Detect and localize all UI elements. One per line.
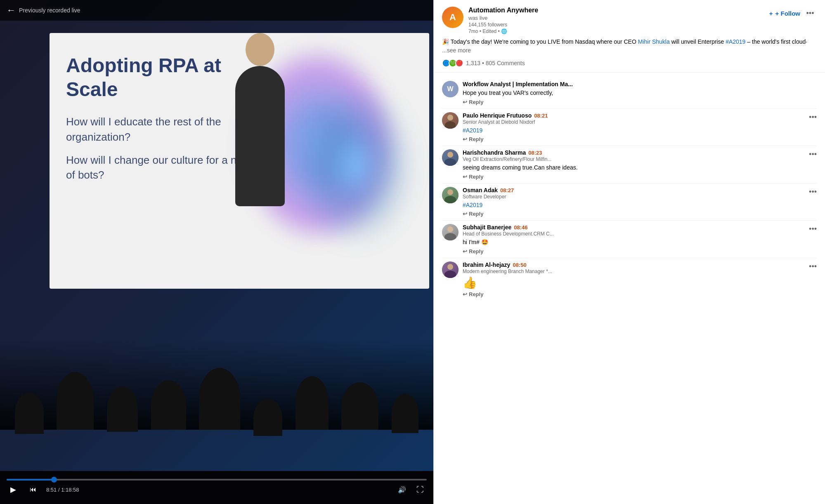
reply-icon: ↩: [463, 136, 467, 142]
comment-text: Hope you treat you VAR's correctly,: [463, 89, 817, 97]
reply-label: Reply: [469, 211, 483, 217]
reply-icon: ↩: [463, 291, 467, 297]
reaction-icon-3: ❤️: [455, 59, 463, 67]
reaction-icons: 🌐 💚 ❤️: [442, 59, 463, 67]
comment-body: Ibrahim Al-hejazy 08:50 Modern engineeri…: [463, 261, 817, 297]
thumbs-up-reaction: 👍: [463, 276, 817, 290]
comment-name-row: Ibrahim Al-hejazy 08:50: [463, 261, 817, 268]
author-name[interactable]: Automation Anywhere: [468, 7, 764, 14]
reply-icon: ↩: [463, 174, 467, 180]
reply-button[interactable]: ↩ Reply: [463, 248, 483, 254]
comment-time: 08:27: [500, 187, 514, 193]
comment-title: Veg Oil Extraction/Refinery/Flour Milfin…: [463, 156, 817, 162]
reply-label: Reply: [469, 99, 483, 105]
skip-back-button[interactable]: ⏮: [26, 483, 40, 496]
see-more-button[interactable]: ...see more: [442, 47, 471, 54]
audience-head-9: [392, 394, 418, 433]
audience-heads: [0, 339, 433, 430]
audience-head-1: [15, 393, 44, 434]
post-text: 🎉 Today's the day! We're coming to you L…: [442, 38, 817, 55]
author-avatar: A: [442, 7, 463, 28]
comment-title: Head of Business Development.CRM C...: [463, 231, 817, 237]
comment-avatar: [442, 224, 459, 240]
reply-icon: ↩: [463, 248, 467, 254]
comment-time: 08:23: [528, 150, 542, 156]
post-header: A Automation Anywhere was live 144,155 f…: [434, 0, 825, 73]
was-live-badge: was live: [468, 15, 764, 21]
header-actions: + + Follow •••: [769, 7, 817, 20]
audience-head-5: [199, 368, 240, 430]
progress-thumb[interactable]: [51, 477, 57, 483]
comment-item: W Workflow Analyst | Implementation Ma..…: [434, 78, 825, 108]
comment-name-row: Subhajit Banerjee 08:46: [463, 224, 817, 231]
comment-name-row: Paulo Henrique Frutuoso 08:21: [463, 112, 817, 119]
play-pause-button[interactable]: ▶: [7, 483, 20, 496]
reply-button[interactable]: ↩ Reply: [463, 99, 483, 105]
comment-body: Workflow Analyst | Implementation Ma... …: [463, 81, 817, 105]
commenter-name[interactable]: Paulo Henrique Frutuoso: [463, 112, 532, 119]
comment-more-button[interactable]: •••: [809, 188, 817, 196]
volume-icon: 🔊: [398, 486, 406, 494]
comment-more-button[interactable]: •••: [809, 225, 817, 233]
comment-hashtag[interactable]: #A2019: [463, 127, 482, 134]
time-display: 8:51 / 1:18:58: [46, 487, 79, 493]
progress-filled: [7, 479, 54, 480]
comment-item: Harishchandra Sharma 08:23 Veg Oil Extra…: [434, 146, 825, 183]
comment-avatar: W: [442, 81, 459, 97]
presenter-body: [235, 66, 285, 206]
video-panel: ← Previously recorded live Adopting RPA …: [0, 0, 433, 504]
commenter-name[interactable]: Subhajit Banerjee: [463, 224, 511, 231]
skip-back-icon: ⏮: [30, 486, 36, 493]
follow-plus-icon: +: [769, 10, 773, 17]
progress-bar[interactable]: [7, 479, 427, 480]
reply-button[interactable]: ↩ Reply: [463, 211, 483, 217]
comment-hashtag[interactable]: #A2019: [463, 202, 482, 208]
post-text-mid: will unveil Enterprise: [670, 38, 726, 45]
previously-recorded-label: Previously recorded live: [19, 7, 80, 14]
back-arrow-icon: ←: [7, 5, 16, 16]
more-options-button[interactable]: •••: [804, 7, 817, 20]
comment-name-row: Workflow Analyst | Implementation Ma...: [463, 81, 817, 87]
comment-body: Osman Adak 08:27 Software Developer #A20…: [463, 187, 817, 217]
back-button[interactable]: ← Previously recorded live: [7, 5, 80, 16]
fullscreen-button[interactable]: ⛶: [414, 483, 427, 496]
reply-label: Reply: [469, 291, 483, 297]
reply-button[interactable]: ↩ Reply: [463, 174, 483, 180]
commenter-name[interactable]: Harishchandra Sharma: [463, 149, 526, 156]
reply-icon: ↩: [463, 211, 467, 217]
commenter-name[interactable]: Ibrahim Al-hejazy: [463, 261, 510, 268]
comment-item: Osman Adak 08:27 Software Developer #A20…: [434, 184, 825, 221]
post-link-name[interactable]: Mihir Shukla: [638, 38, 670, 45]
controls-row: ▶ ⏮ 8:51 / 1:18:58 🔊 ⛶: [7, 483, 427, 496]
fullscreen-icon: ⛶: [416, 485, 424, 494]
commenter-name[interactable]: Osman Adak: [463, 187, 498, 193]
audience-head-7: [295, 376, 329, 430]
comment-text: #A2019: [463, 201, 817, 210]
reactions-count: 1,313 • 805 Comments: [466, 60, 525, 66]
comment-more-button[interactable]: •••: [809, 262, 817, 271]
post-hashtag-main[interactable]: #A2019: [726, 38, 745, 45]
more-dots-icon: •••: [809, 113, 817, 121]
more-dots-icon: •••: [809, 225, 817, 233]
comment-body: Paulo Henrique Frutuoso 08:21 Senior Ana…: [463, 112, 817, 143]
comment-more-button[interactable]: •••: [809, 113, 817, 122]
reply-button[interactable]: ↩ Reply: [463, 136, 483, 142]
timestamp: 7mo • Edited • 🌐: [468, 28, 764, 34]
comment-avatar: [442, 261, 459, 278]
comments-section[interactable]: W Workflow Analyst | Implementation Ma..…: [434, 73, 825, 504]
author-info: Automation Anywhere was live 144,155 fol…: [468, 7, 764, 34]
reply-button[interactable]: ↩ Reply: [463, 291, 483, 297]
comment-avatar: [442, 112, 459, 129]
presenter-head: [246, 33, 274, 66]
play-icon: ▶: [10, 485, 16, 494]
sidebar-panel: A Automation Anywhere was live 144,155 f…: [433, 0, 825, 504]
reply-label: Reply: [469, 248, 483, 254]
volume-button[interactable]: 🔊: [395, 483, 409, 496]
post-text-intro: 🎉 Today's the day! We're coming to you L…: [442, 38, 638, 45]
comment-title: Software Developer: [463, 194, 817, 200]
comment-more-button[interactable]: •••: [809, 150, 817, 159]
audience-head-6: [253, 399, 282, 436]
post-text-end: – the world's first cloud·: [745, 38, 807, 45]
commenter-name[interactable]: Workflow Analyst | Implementation Ma...: [463, 81, 573, 87]
follow-button[interactable]: + + Follow: [769, 10, 800, 17]
